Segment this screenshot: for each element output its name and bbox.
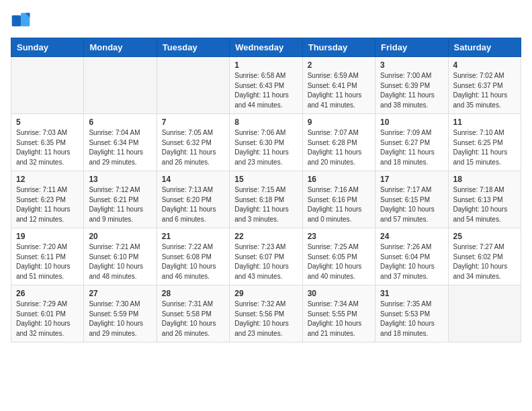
day-info: Sunrise: 7:02 AMSunset: 6:37 PMDaylight:… bbox=[453, 71, 516, 110]
day-number: 2 bbox=[308, 60, 370, 70]
calendar-week-row: 19 Sunrise: 7:20 AMSunset: 6:11 PMDaylig… bbox=[11, 228, 521, 285]
day-info: Sunrise: 7:30 AMSunset: 5:59 PMDaylight:… bbox=[89, 300, 151, 338]
calendar-day-cell: 19 Sunrise: 7:20 AMSunset: 6:11 PMDaylig… bbox=[11, 228, 84, 285]
day-number: 29 bbox=[234, 289, 297, 298]
calendar-day-cell: 1 Sunrise: 6:58 AMSunset: 6:43 PMDayligh… bbox=[230, 57, 302, 114]
day-number: 22 bbox=[234, 232, 297, 241]
day-number: 13 bbox=[89, 175, 151, 184]
calendar-day-cell bbox=[11, 57, 84, 114]
day-info: Sunrise: 7:22 AMSunset: 6:08 PMDaylight:… bbox=[162, 242, 224, 281]
day-number: 16 bbox=[308, 175, 370, 184]
day-info: Sunrise: 7:31 AMSunset: 5:58 PMDaylight:… bbox=[162, 300, 224, 338]
day-info: Sunrise: 7:26 AMSunset: 6:04 PMDaylight:… bbox=[380, 242, 443, 281]
calendar-day-cell: 6 Sunrise: 7:04 AMSunset: 6:34 PMDayligh… bbox=[84, 114, 157, 171]
day-number: 30 bbox=[308, 289, 370, 298]
day-info: Sunrise: 7:11 AMSunset: 6:23 PMDaylight:… bbox=[16, 185, 79, 224]
calendar-day-cell bbox=[448, 285, 521, 342]
calendar-day-cell: 23 Sunrise: 7:25 AMSunset: 6:05 PMDaylig… bbox=[302, 228, 375, 285]
day-number: 7 bbox=[162, 118, 224, 127]
calendar-day-cell: 4 Sunrise: 7:02 AMSunset: 6:37 PMDayligh… bbox=[448, 57, 521, 114]
calendar-day-cell: 13 Sunrise: 7:12 AMSunset: 6:21 PMDaylig… bbox=[84, 171, 157, 228]
day-of-week-header: Sunday bbox=[11, 38, 84, 57]
calendar-day-cell: 15 Sunrise: 7:15 AMSunset: 6:18 PMDaylig… bbox=[230, 171, 302, 228]
day-info: Sunrise: 7:03 AMSunset: 6:35 PMDaylight:… bbox=[16, 128, 79, 167]
calendar-day-cell: 29 Sunrise: 7:32 AMSunset: 5:56 PMDaylig… bbox=[230, 285, 302, 342]
calendar-day-cell: 31 Sunrise: 7:35 AMSunset: 5:53 PMDaylig… bbox=[375, 285, 448, 342]
day-number: 5 bbox=[16, 118, 79, 127]
day-number: 14 bbox=[162, 175, 224, 184]
day-number: 18 bbox=[453, 175, 516, 184]
day-number: 31 bbox=[380, 289, 443, 298]
calendar-day-cell: 10 Sunrise: 7:09 AMSunset: 6:27 PMDaylig… bbox=[375, 114, 448, 171]
day-number: 25 bbox=[453, 232, 516, 241]
logo bbox=[11, 11, 34, 31]
calendar-day-cell: 30 Sunrise: 7:34 AMSunset: 5:55 PMDaylig… bbox=[302, 285, 375, 342]
calendar-day-cell: 20 Sunrise: 7:21 AMSunset: 6:10 PMDaylig… bbox=[84, 228, 157, 285]
day-info: Sunrise: 7:34 AMSunset: 5:55 PMDaylight:… bbox=[308, 300, 370, 338]
calendar-day-cell: 11 Sunrise: 7:10 AMSunset: 6:25 PMDaylig… bbox=[448, 114, 521, 171]
day-number: 26 bbox=[16, 289, 79, 298]
calendar-day-cell: 3 Sunrise: 7:00 AMSunset: 6:39 PMDayligh… bbox=[375, 57, 448, 114]
day-number: 6 bbox=[89, 118, 151, 127]
day-number: 15 bbox=[234, 175, 297, 184]
calendar-day-cell bbox=[157, 57, 229, 114]
day-info: Sunrise: 7:15 AMSunset: 6:18 PMDaylight:… bbox=[234, 185, 297, 224]
day-info: Sunrise: 7:12 AMSunset: 6:21 PMDaylight:… bbox=[89, 185, 151, 224]
page-header bbox=[11, 11, 521, 31]
day-number: 4 bbox=[453, 60, 516, 70]
calendar-week-row: 12 Sunrise: 7:11 AMSunset: 6:23 PMDaylig… bbox=[11, 171, 521, 228]
calendar-day-cell: 28 Sunrise: 7:31 AMSunset: 5:58 PMDaylig… bbox=[157, 285, 229, 342]
day-info: Sunrise: 7:25 AMSunset: 6:05 PMDaylight:… bbox=[308, 242, 370, 281]
day-info: Sunrise: 7:07 AMSunset: 6:28 PMDaylight:… bbox=[308, 128, 370, 167]
day-number: 17 bbox=[380, 175, 443, 184]
calendar-day-cell: 9 Sunrise: 7:07 AMSunset: 6:28 PMDayligh… bbox=[302, 114, 375, 171]
calendar-day-cell: 14 Sunrise: 7:13 AMSunset: 6:20 PMDaylig… bbox=[157, 171, 229, 228]
day-number: 21 bbox=[162, 232, 224, 241]
day-number: 20 bbox=[89, 232, 151, 241]
calendar-day-cell: 12 Sunrise: 7:11 AMSunset: 6:23 PMDaylig… bbox=[11, 171, 84, 228]
calendar-table: SundayMondayTuesdayWednesdayThursdayFrid… bbox=[11, 38, 521, 342]
day-number: 9 bbox=[308, 118, 370, 127]
day-info: Sunrise: 7:17 AMSunset: 6:15 PMDaylight:… bbox=[380, 185, 443, 224]
day-number: 27 bbox=[89, 289, 151, 298]
day-number: 8 bbox=[234, 118, 297, 127]
day-info: Sunrise: 7:23 AMSunset: 6:07 PMDaylight:… bbox=[234, 242, 297, 281]
day-info: Sunrise: 7:16 AMSunset: 6:16 PMDaylight:… bbox=[308, 185, 370, 224]
calendar-day-cell: 18 Sunrise: 7:18 AMSunset: 6:13 PMDaylig… bbox=[448, 171, 521, 228]
calendar-day-cell: 26 Sunrise: 7:29 AMSunset: 6:01 PMDaylig… bbox=[11, 285, 84, 342]
calendar-day-cell: 22 Sunrise: 7:23 AMSunset: 6:07 PMDaylig… bbox=[230, 228, 302, 285]
day-info: Sunrise: 7:35 AMSunset: 5:53 PMDaylight:… bbox=[380, 300, 443, 338]
calendar-day-cell: 8 Sunrise: 7:06 AMSunset: 6:30 PMDayligh… bbox=[230, 114, 302, 171]
day-number: 23 bbox=[308, 232, 370, 241]
day-number: 1 bbox=[234, 60, 297, 70]
day-of-week-header: Tuesday bbox=[157, 38, 229, 57]
day-number: 10 bbox=[380, 118, 443, 127]
calendar-day-cell: 2 Sunrise: 6:59 AMSunset: 6:41 PMDayligh… bbox=[302, 57, 375, 114]
logo-icon bbox=[11, 11, 31, 31]
calendar-day-cell: 21 Sunrise: 7:22 AMSunset: 6:08 PMDaylig… bbox=[157, 228, 229, 285]
calendar-day-cell: 17 Sunrise: 7:17 AMSunset: 6:15 PMDaylig… bbox=[375, 171, 448, 228]
day-info: Sunrise: 7:05 AMSunset: 6:32 PMDaylight:… bbox=[162, 128, 224, 167]
calendar-day-cell: 25 Sunrise: 7:27 AMSunset: 6:02 PMDaylig… bbox=[448, 228, 521, 285]
day-of-week-header: Friday bbox=[375, 38, 448, 57]
calendar-day-cell: 24 Sunrise: 7:26 AMSunset: 6:04 PMDaylig… bbox=[375, 228, 448, 285]
day-info: Sunrise: 7:10 AMSunset: 6:25 PMDaylight:… bbox=[453, 128, 516, 167]
calendar-header-row: SundayMondayTuesdayWednesdayThursdayFrid… bbox=[11, 38, 521, 57]
day-info: Sunrise: 7:04 AMSunset: 6:34 PMDaylight:… bbox=[89, 128, 151, 167]
day-info: Sunrise: 6:58 AMSunset: 6:43 PMDaylight:… bbox=[234, 71, 297, 110]
day-number: 28 bbox=[162, 289, 224, 298]
day-of-week-header: Saturday bbox=[448, 38, 521, 57]
calendar-day-cell bbox=[84, 57, 157, 114]
day-info: Sunrise: 7:06 AMSunset: 6:30 PMDaylight:… bbox=[234, 128, 297, 167]
calendar-day-cell: 27 Sunrise: 7:30 AMSunset: 5:59 PMDaylig… bbox=[84, 285, 157, 342]
day-number: 11 bbox=[453, 118, 516, 127]
day-number: 24 bbox=[380, 232, 443, 241]
day-info: Sunrise: 7:27 AMSunset: 6:02 PMDaylight:… bbox=[453, 242, 516, 281]
day-of-week-header: Wednesday bbox=[230, 38, 302, 57]
day-info: Sunrise: 7:20 AMSunset: 6:11 PMDaylight:… bbox=[16, 242, 79, 281]
day-of-week-header: Monday bbox=[84, 38, 157, 57]
day-info: Sunrise: 7:00 AMSunset: 6:39 PMDaylight:… bbox=[380, 71, 443, 110]
day-info: Sunrise: 7:18 AMSunset: 6:13 PMDaylight:… bbox=[453, 185, 516, 224]
calendar-week-row: 26 Sunrise: 7:29 AMSunset: 6:01 PMDaylig… bbox=[11, 285, 521, 342]
svg-rect-0 bbox=[12, 15, 21, 27]
